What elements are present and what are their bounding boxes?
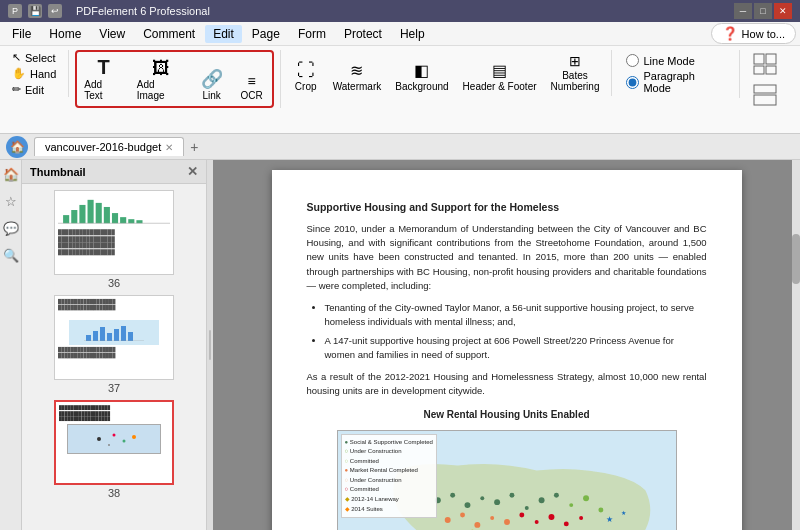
edit-group-1: T Add Text 🖼 Add Image 🔗 Link ≡ OCR [75,50,280,108]
svg-rect-18 [93,331,98,341]
menu-file[interactable]: File [4,25,39,43]
svg-rect-5 [754,95,776,105]
menu-help[interactable]: Help [392,25,433,43]
svg-point-43 [598,507,603,512]
title-bar-left: P 💾 ↩ PDFelement 6 Professional [8,4,210,18]
content-bullet-2: A 147-unit supportive housing project at… [325,334,707,363]
main-area: 🏠 ☆ 💬 🔍 Thumbnail ✕ [0,160,800,530]
map-title: New Rental Housing Units Enabled [307,407,707,422]
comment-icon[interactable]: 💬 [0,218,22,239]
legend-item-2: ○ Under Construction [345,447,433,457]
add-image-icon: 🖼 [152,59,170,77]
svg-point-49 [519,512,524,517]
ocr-button[interactable]: ≡ OCR [233,70,271,105]
nav-home-icon[interactable]: 🏠 [6,136,28,158]
watermark-button[interactable]: ≋ Watermark [327,59,388,96]
legend-item-1: ● Social & Supportive Completed [345,438,433,448]
menu-bar: File Home View Comment Edit Page Form Pr… [0,22,800,46]
thumbnail-chart [58,194,170,224]
hand-tool[interactable]: ✋ Hand [6,66,62,81]
scrollbar-thumb[interactable] [792,234,800,284]
thumbnail-item-38[interactable]: ██████████████████ ██████████████████ ██… [28,400,200,499]
add-tab-button[interactable]: + [186,139,202,155]
content-bullet-1: Tenanting of the City-owned Taylor Manor… [325,301,707,330]
svg-rect-7 [71,210,77,223]
thumbnail-item-37[interactable]: ██████████████████ ██████████████████ [28,295,200,394]
menu-protect[interactable]: Protect [336,25,390,43]
add-text-button[interactable]: T Add Text [78,53,128,105]
window-controls[interactable]: ─ □ ✕ [734,3,792,19]
select-tool[interactable]: ↖ Select [6,50,62,65]
app-icon: P [8,4,22,18]
menu-view[interactable]: View [91,25,133,43]
how-to-button[interactable]: ❓ How to... [711,23,796,44]
svg-text:★: ★ [605,514,612,523]
edit-tool[interactable]: ✏ Edit [6,82,62,97]
crop-button[interactable]: ⛶ Crop [287,57,325,96]
svg-point-30 [108,444,110,446]
thumbnail-image-37: ██████████████████ ██████████████████ [54,295,174,380]
svg-point-27 [113,433,116,436]
tab-label: vancouver-2016-budget [45,141,161,153]
minimize-button[interactable]: ─ [734,3,752,19]
svg-rect-25 [79,425,149,453]
thumbnail-header: Thumbnail ✕ [22,160,206,184]
menu-home[interactable]: Home [41,25,89,43]
watermark-icon: ≋ [350,63,363,79]
legend-item-8: ◆ 2014 Suites [345,505,433,515]
thumbnail-item-36[interactable]: ████████████████ ████████████████ ██████… [28,190,200,289]
svg-point-41 [569,503,573,507]
title-bar: P 💾 ↩ PDFelement 6 Professional ─ □ ✕ [0,0,800,22]
bates-icon: ⊞ [569,54,581,68]
menu-edit[interactable]: Edit [205,25,242,43]
thumbnail-close-button[interactable]: ✕ [187,164,198,179]
svg-rect-13 [120,217,126,223]
pdf-tab[interactable]: vancouver-2016-budget ✕ [34,137,184,156]
thumbnail-page-36: 36 [108,277,120,289]
bates-numbering-button[interactable]: ⊞ BatesNumbering [545,50,606,96]
home-sidebar-icon[interactable]: 🏠 [0,164,22,185]
background-button[interactable]: ◧ Background [389,59,454,96]
legend-item-7: ◆ 2012-14 Laneway [345,495,433,505]
bookmark-icon[interactable]: ☆ [2,191,20,212]
left-icon-bar: 🏠 ☆ 💬 🔍 [0,160,22,530]
svg-point-42 [583,495,589,501]
svg-point-45 [460,512,465,517]
tab-close-icon[interactable]: ✕ [165,142,173,153]
vertical-scrollbar[interactable] [792,160,800,530]
grid-button-2[interactable] [746,81,784,109]
menu-form[interactable]: Form [290,25,334,43]
content-bullet-list: Tenanting of the City-owned Taylor Manor… [325,301,707,362]
thumb-chart-2 [84,323,144,341]
line-mode-label[interactable]: Line Mode [626,54,725,67]
quick-access-undo[interactable]: ↩ [48,4,62,18]
maximize-button[interactable]: □ [754,3,772,19]
background-icon: ◧ [414,63,429,79]
menu-page[interactable]: Page [244,25,288,43]
svg-rect-21 [114,329,119,341]
search-sidebar-icon[interactable]: 🔍 [0,245,22,266]
map-legend: ● Social & Supportive Completed ○ Under … [341,434,437,519]
legend-item-5: ○ Under Construction [345,476,433,486]
svg-rect-22 [121,326,126,341]
quick-access-save[interactable]: 💾 [28,4,42,18]
legend-item-3: ○ Committed [345,457,433,467]
svg-point-52 [563,521,568,526]
svg-rect-3 [766,66,776,74]
add-image-button[interactable]: 🖼 Add Image [131,55,191,105]
close-button[interactable]: ✕ [774,3,792,19]
line-mode-radio[interactable] [626,54,639,67]
paragraph-mode-label[interactable]: Paragraph Mode [626,70,725,94]
menu-comment[interactable]: Comment [135,25,203,43]
edit-icon: ✏ [12,83,21,96]
grid-section [746,50,790,109]
header-footer-button[interactable]: ▤ Header & Footer [457,59,543,96]
svg-point-50 [534,519,538,523]
thumbnail-list: ████████████████ ████████████████ ██████… [22,184,206,530]
thumbnail-panel: Thumbnail ✕ [22,160,207,530]
svg-point-33 [450,492,455,497]
link-button[interactable]: 🔗 Link [193,66,231,105]
pdf-page: Supportive Housing and Support for the H… [272,170,742,530]
grid-button-1[interactable] [746,50,784,78]
paragraph-mode-radio[interactable] [626,76,639,89]
